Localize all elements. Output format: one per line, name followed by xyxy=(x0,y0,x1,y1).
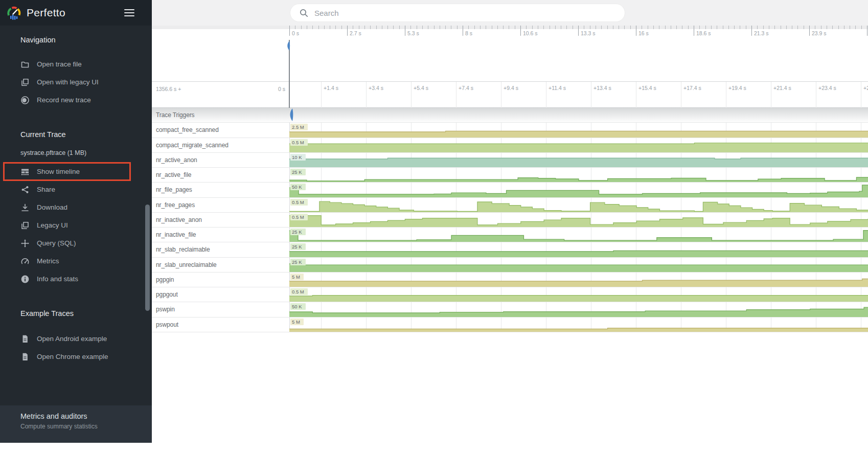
ruler-minor-tick xyxy=(838,26,839,29)
ruler-major-tick xyxy=(809,26,810,36)
ruler-minor-tick xyxy=(543,26,544,29)
ruler-minor-tick xyxy=(717,26,717,29)
track-name[interactable]: Trace Triggers xyxy=(156,108,195,123)
trace-action-metrics[interactable]: Metrics xyxy=(0,252,152,270)
trace-action-query-sql-[interactable]: Query (SQL) xyxy=(0,234,152,252)
counter-chart[interactable] xyxy=(289,213,868,227)
ruler-minor-tick xyxy=(688,26,689,29)
trace-action-share[interactable]: Share xyxy=(0,180,152,198)
ruler-minor-tick xyxy=(295,26,295,29)
track-row-pgpgout[interactable]: pgpgout0.5 M xyxy=(152,287,868,302)
track-name[interactable]: compact_migrate_scanned xyxy=(156,138,229,153)
counter-chart[interactable] xyxy=(289,318,868,332)
metrics-auditors-section[interactable]: Metrics and auditors Compute summary sta… xyxy=(0,405,152,443)
counter-value-label: 0.5 M xyxy=(290,288,308,295)
track-row-nr-inactive-file[interactable]: nr_inactive_file25 K xyxy=(152,228,868,242)
track-row-pswpout[interactable]: pswpout5 M xyxy=(152,318,868,332)
ruler-minor-tick xyxy=(855,26,856,29)
sidebar: Perfetto Navigation Open trace fileOpen … xyxy=(0,0,152,443)
ruler-minor-tick xyxy=(503,26,504,29)
ruler-time-label: 16 s xyxy=(638,30,649,36)
ruler-minor-tick xyxy=(307,26,307,29)
item-label: Download xyxy=(37,203,67,211)
trace-trigger-marker[interactable] xyxy=(288,108,294,122)
trace-actions-list: Show timelineShareDownloadLegacy UIQuery… xyxy=(0,163,152,288)
track-row-nr-slab-reclaimable[interactable]: nr_slab_reclaimable25 K xyxy=(152,242,868,257)
share-icon xyxy=(20,185,30,194)
track-name[interactable]: nr_free_pages xyxy=(156,198,195,213)
track-name[interactable]: pgpgin xyxy=(156,273,174,287)
gridline-time-label: +13.4 s xyxy=(593,85,611,91)
track-name[interactable]: pswpin xyxy=(156,302,175,317)
counter-chart[interactable] xyxy=(289,228,868,242)
overview-ruler[interactable]: 0 s2.7 s5.3 s8 s10.6 s13.3 s16 s18.6 s21… xyxy=(289,26,868,39)
track-name[interactable]: nr_inactive_anon xyxy=(156,213,202,228)
ruler-minor-tick xyxy=(648,26,648,29)
ruler-minor-tick xyxy=(359,26,359,29)
track-name[interactable]: nr_inactive_file xyxy=(156,228,196,242)
viewport-top-handle[interactable] xyxy=(285,41,290,51)
counter-chart[interactable] xyxy=(289,138,868,152)
track-row-compact-free-scanned[interactable]: compact_free_scanned2.5 M xyxy=(152,123,868,138)
info-icon xyxy=(20,275,30,284)
counter-value-label: 0.5 M xyxy=(290,214,308,220)
gridline-time-label: +19.4 s xyxy=(728,85,746,91)
nav-item-open-with-legacy-ui[interactable]: Open with legacy UI xyxy=(0,73,152,91)
sidebar-scrollbar-thumb[interactable] xyxy=(145,205,150,311)
ruler-major-tick xyxy=(520,26,521,36)
track-row-trace-triggers[interactable]: Trace Triggers xyxy=(152,108,868,123)
counter-chart[interactable] xyxy=(289,183,868,197)
gridline-time-label: +21.4 s xyxy=(773,85,791,91)
example-item-open-chrome-example[interactable]: Open Chrome example xyxy=(0,348,152,366)
nav-item-record-new-trace[interactable]: Record new trace xyxy=(0,91,152,109)
track-name[interactable]: nr_file_pages xyxy=(156,183,192,197)
counter-value-label: 25 K xyxy=(290,169,306,175)
hamburger-menu-icon[interactable] xyxy=(124,7,134,18)
counter-chart[interactable] xyxy=(289,168,868,182)
counter-chart[interactable] xyxy=(289,258,868,272)
track-row-nr-inactive-anon[interactable]: nr_inactive_anon0.5 M xyxy=(152,213,868,228)
track-row-nr-active-file[interactable]: nr_active_file25 K xyxy=(152,168,868,183)
trace-action-info-and-stats[interactable]: Info and stats xyxy=(0,270,152,288)
track-row-nr-slab-unreclaimable[interactable]: nr_slab_unreclaimable25 K xyxy=(152,258,868,273)
ruler-major-tick xyxy=(694,26,694,36)
trace-action-download[interactable]: Download xyxy=(0,198,152,216)
track-name[interactable]: compact_free_scanned xyxy=(156,123,219,138)
ruler-minor-tick xyxy=(584,26,584,29)
search-input[interactable] xyxy=(314,9,601,17)
track-name[interactable]: pgpgout xyxy=(156,287,178,302)
move-icon xyxy=(20,239,30,248)
counter-chart[interactable] xyxy=(289,123,868,138)
trace-action-legacy-ui[interactable]: Legacy UI xyxy=(0,216,152,234)
example-item-open-android-example[interactable]: Open Android example xyxy=(0,330,152,348)
counter-chart[interactable] xyxy=(289,273,868,287)
counter-chart[interactable] xyxy=(289,287,868,302)
counter-value-label: 0.5 M xyxy=(290,139,308,146)
track-row-nr-free-pages[interactable]: nr_free_pages0.5 M xyxy=(152,198,868,213)
ruler-minor-tick xyxy=(711,26,712,29)
counter-value-label: 25 K xyxy=(290,243,306,250)
track-name[interactable]: pswpout xyxy=(156,318,178,332)
counter-chart[interactable] xyxy=(289,198,868,212)
track-name[interactable]: nr_slab_unreclaimable xyxy=(156,258,217,273)
counter-chart[interactable] xyxy=(289,153,868,167)
track-row-nr-file-pages[interactable]: nr_file_pages50 K xyxy=(152,183,868,197)
search-bar[interactable] xyxy=(290,4,625,22)
metrics-auditors-title: Metrics and auditors xyxy=(20,412,152,420)
track-row-compact-migrate-scanned[interactable]: compact_migrate_scanned0.5 M xyxy=(152,138,868,153)
track-row-pswpin[interactable]: pswpin50 K xyxy=(152,302,868,317)
track-name[interactable]: nr_active_file xyxy=(156,168,191,183)
ruler-minor-tick xyxy=(613,26,613,29)
ruler-minor-tick xyxy=(665,26,666,29)
track-row-pgpgin[interactable]: pgpgin5 M xyxy=(152,273,868,287)
nav-item-open-trace-file[interactable]: Open trace file xyxy=(0,55,152,73)
counter-chart[interactable] xyxy=(289,243,868,257)
item-label: Open Android example xyxy=(37,335,107,343)
track-name[interactable]: nr_active_anon xyxy=(156,153,197,168)
counter-chart[interactable] xyxy=(289,303,868,317)
trace-action-show-timeline[interactable]: Show timeline xyxy=(0,163,152,180)
ruler-minor-tick xyxy=(676,26,677,29)
track-row-nr-active-anon[interactable]: nr_active_anon10 K xyxy=(152,153,868,168)
ruler-minor-tick xyxy=(422,26,423,29)
track-name[interactable]: nr_slab_reclaimable xyxy=(156,242,210,257)
